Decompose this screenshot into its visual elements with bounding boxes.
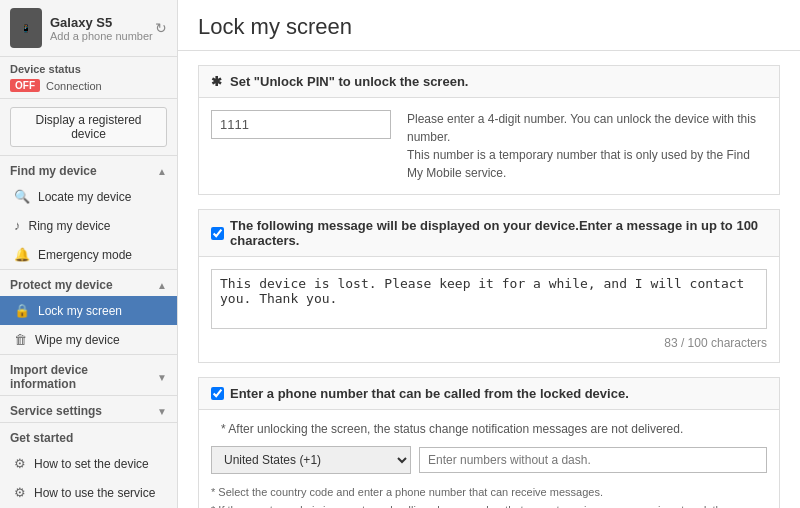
sidebar-item-wipe[interactable]: 🗑 Wipe my device bbox=[0, 325, 177, 354]
find-my-device-section: Find my device ▲ 🔍 Locate my device ♪ Ri… bbox=[0, 155, 177, 269]
phone-section: Enter a phone number that can be called … bbox=[198, 377, 780, 508]
service-section-header[interactable]: Service settings ▼ bbox=[0, 396, 177, 422]
phone-footnotes: * Select the country code and enter a ph… bbox=[211, 484, 767, 508]
sidebar-item-ring[interactable]: ♪ Ring my device bbox=[0, 211, 177, 240]
device-header: 📱 Galaxy S5 Add a phone number ↻ bbox=[0, 0, 177, 57]
find-section-header: Find my device ▲ bbox=[0, 156, 177, 182]
phone-footnote-1: * Select the country code and enter a ph… bbox=[211, 484, 767, 502]
main-body: ✱ Set "Unlock PIN" to unlock the screen.… bbox=[178, 51, 800, 508]
message-section: The following message will be displayed … bbox=[198, 209, 780, 363]
phone-inputs-row: United States (+1) bbox=[211, 446, 767, 474]
page-title: Lock my screen bbox=[198, 14, 780, 40]
phone-number-input[interactable] bbox=[419, 447, 767, 473]
chevron-down-icon-import: ▼ bbox=[157, 372, 167, 383]
phone-section-body: * After unlocking the screen, the status… bbox=[199, 410, 779, 508]
service-section: Service settings ▼ bbox=[0, 395, 177, 422]
connection-text: Connection bbox=[46, 80, 102, 92]
phone-checkbox-label[interactable]: Enter a phone number that can be called … bbox=[211, 386, 629, 401]
asterisk-icon: ✱ bbox=[211, 74, 222, 89]
sidebar-item-how-use[interactable]: ⚙ How to use the service bbox=[0, 478, 177, 507]
message-checkbox[interactable] bbox=[211, 227, 224, 240]
get-started-section: Get started ⚙ How to set the device ⚙ Ho… bbox=[0, 422, 177, 507]
locate-icon: 🔍 bbox=[14, 189, 30, 204]
import-section-header[interactable]: Import device information ▼ bbox=[0, 355, 177, 395]
display-device-button[interactable]: Display a registered device bbox=[10, 107, 167, 147]
pin-section-body: Please enter a 4-digit number. You can u… bbox=[199, 98, 779, 194]
protect-my-device-section: Protect my device ▲ 🔒 Lock my screen 🗑 W… bbox=[0, 269, 177, 354]
message-section-body: This device is lost. Please keep it for … bbox=[199, 257, 779, 362]
phone-footnote-2: * If the country code is incorrect or a … bbox=[211, 502, 767, 508]
device-info: 📱 Galaxy S5 Add a phone number bbox=[10, 8, 153, 48]
status-badge: OFF bbox=[10, 79, 40, 92]
refresh-icon[interactable]: ↻ bbox=[155, 20, 167, 36]
pin-hint: Please enter a 4-digit number. You can u… bbox=[407, 110, 767, 182]
pin-section-header: ✱ Set "Unlock PIN" to unlock the screen. bbox=[199, 66, 779, 98]
device-sub: Add a phone number bbox=[50, 30, 153, 42]
lock-icon: 🔒 bbox=[14, 303, 30, 318]
protect-section-header: Protect my device ▲ bbox=[0, 270, 177, 296]
emergency-icon: 🔔 bbox=[14, 247, 30, 262]
sidebar-item-lock[interactable]: 🔒 Lock my screen bbox=[0, 296, 177, 325]
char-count: 83 / 100 characters bbox=[211, 336, 767, 350]
phone-note: * After unlocking the screen, the status… bbox=[211, 422, 767, 436]
message-textarea[interactable]: This device is lost. Please keep it for … bbox=[211, 269, 767, 329]
chevron-up-icon-protect: ▲ bbox=[157, 280, 167, 291]
get-started-header: Get started bbox=[0, 423, 177, 449]
phone-checkbox[interactable] bbox=[211, 387, 224, 400]
sidebar-item-locate[interactable]: 🔍 Locate my device bbox=[0, 182, 177, 211]
message-checkbox-label[interactable]: The following message will be displayed … bbox=[211, 218, 767, 248]
device-status: Device status OFF Connection bbox=[0, 57, 177, 99]
country-select[interactable]: United States (+1) bbox=[211, 446, 411, 474]
ring-icon: ♪ bbox=[14, 218, 21, 233]
chevron-down-icon-service: ▼ bbox=[157, 406, 167, 417]
sidebar-item-how-set[interactable]: ⚙ How to set the device bbox=[0, 449, 177, 478]
main-content: Lock my screen ✱ Set "Unlock PIN" to unl… bbox=[178, 0, 800, 508]
pin-input[interactable] bbox=[211, 110, 391, 139]
chevron-up-icon: ▲ bbox=[157, 166, 167, 177]
main-header: Lock my screen bbox=[178, 0, 800, 51]
gear-icon: ⚙ bbox=[14, 456, 26, 471]
phone-section-header: Enter a phone number that can be called … bbox=[199, 378, 779, 410]
device-status-label: Device status bbox=[10, 63, 167, 75]
device-name: Galaxy S5 bbox=[50, 15, 153, 30]
wipe-icon: 🗑 bbox=[14, 332, 27, 347]
sidebar: 📱 Galaxy S5 Add a phone number ↻ Device … bbox=[0, 0, 178, 508]
message-section-header: The following message will be displayed … bbox=[199, 210, 779, 257]
phone-icon: 📱 bbox=[10, 8, 42, 48]
pin-section: ✱ Set "Unlock PIN" to unlock the screen.… bbox=[198, 65, 780, 195]
sidebar-item-emergency[interactable]: 🔔 Emergency mode bbox=[0, 240, 177, 269]
gear-icon-2: ⚙ bbox=[14, 485, 26, 500]
import-section: Import device information ▼ bbox=[0, 354, 177, 395]
